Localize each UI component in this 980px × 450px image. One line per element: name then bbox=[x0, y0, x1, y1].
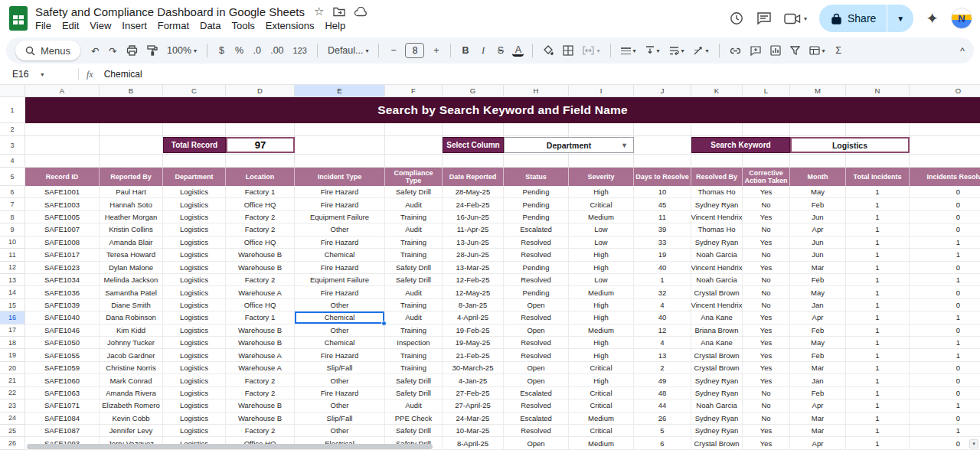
row-number-11[interactable]: 11 bbox=[0, 249, 25, 261]
cell-A18[interactable]: SAFE1050 bbox=[25, 337, 100, 349]
column-header-B[interactable]: B bbox=[100, 85, 163, 96]
cell-K12[interactable]: Vincent Hendrix bbox=[691, 262, 743, 274]
cell-F16[interactable]: Audit bbox=[385, 311, 443, 324]
cell-N16[interactable]: 1 bbox=[846, 311, 910, 324]
cell-J20[interactable]: 2 bbox=[634, 362, 691, 374]
cell-J23[interactable]: 44 bbox=[634, 399, 691, 412]
cell-M18[interactable]: May bbox=[790, 337, 846, 349]
cell-M17[interactable]: Feb bbox=[790, 324, 846, 337]
cell-O20[interactable]: 0 bbox=[910, 362, 980, 374]
row-number-14[interactable]: 14 bbox=[0, 286, 25, 298]
cell-F10[interactable]: Training bbox=[385, 236, 443, 249]
cell-G8[interactable]: 16-Jun-25 bbox=[443, 211, 504, 223]
cell-H22[interactable]: Escalated bbox=[504, 387, 569, 399]
text-color-button[interactable]: A bbox=[512, 44, 524, 57]
cell-E22[interactable]: Fire Hazard bbox=[295, 387, 385, 399]
column-header-F[interactable]: F bbox=[385, 85, 443, 96]
cell-A14[interactable]: SAFE1036 bbox=[25, 286, 100, 298]
cell-C19[interactable]: Logistics bbox=[163, 349, 226, 361]
column-header-N[interactable]: N bbox=[846, 85, 910, 96]
zoom-select[interactable]: 100%▾ bbox=[165, 42, 198, 59]
table-header-status[interactable]: Status bbox=[504, 168, 569, 186]
cell-G10[interactable]: 13-Jun-25 bbox=[443, 236, 504, 249]
cell-L18[interactable]: Yes bbox=[743, 337, 790, 349]
cell-H16[interactable]: Resolved bbox=[504, 311, 569, 324]
cell-O22[interactable]: 0 bbox=[910, 387, 980, 399]
cell-A24[interactable]: SAFE1084 bbox=[25, 412, 100, 425]
cell-K25[interactable]: Sydney Ryan bbox=[691, 425, 743, 437]
redo-button[interactable]: ↷ bbox=[107, 42, 119, 59]
row-number-10[interactable]: 10 bbox=[0, 236, 25, 249]
cell-F2[interactable] bbox=[385, 123, 443, 136]
table-header-month[interactable]: Month bbox=[790, 168, 846, 186]
cell-J19[interactable]: 13 bbox=[634, 349, 691, 361]
row-number-3[interactable]: 3 bbox=[0, 136, 25, 155]
cell-G23[interactable]: 27-April-25 bbox=[443, 399, 504, 412]
cell-N22[interactable]: 1 bbox=[846, 387, 910, 399]
cell-F6[interactable]: Safety Drill bbox=[385, 186, 443, 198]
cell-L7[interactable]: No bbox=[743, 198, 790, 210]
cell-A15[interactable]: SAFE1039 bbox=[25, 299, 100, 311]
cell-G4[interactable] bbox=[443, 155, 504, 168]
cell-M25[interactable]: Mar bbox=[790, 425, 846, 437]
cell-M15[interactable]: Jan bbox=[790, 299, 846, 311]
cell-C8[interactable]: Logistics bbox=[163, 211, 226, 223]
cell-K8[interactable]: Vincent Hendrix bbox=[691, 211, 743, 223]
cell-F21[interactable]: Safety Drill bbox=[385, 374, 443, 386]
cell-L16[interactable]: Yes bbox=[743, 311, 790, 324]
cell-F25[interactable]: Safety Drill bbox=[385, 425, 443, 437]
cell-I11[interactable]: High bbox=[569, 249, 634, 261]
cell-A11[interactable]: SAFE1017 bbox=[25, 249, 100, 261]
cell-C15[interactable]: Logistics bbox=[163, 299, 226, 311]
cell-F8[interactable]: Training bbox=[385, 211, 443, 223]
cell-M12[interactable]: Mar bbox=[790, 262, 846, 274]
cell-O17[interactable]: 0 bbox=[910, 324, 980, 337]
star-icon[interactable]: ☆ bbox=[314, 5, 324, 18]
cell-E9[interactable]: Other bbox=[295, 223, 385, 236]
column-header-J[interactable]: J bbox=[634, 85, 691, 96]
cell-B6[interactable]: Paul Hart bbox=[100, 186, 163, 198]
cell-I15[interactable]: High bbox=[569, 299, 634, 311]
cell-H13[interactable]: Resolved bbox=[504, 274, 569, 286]
cell-B8[interactable]: Heather Morgan bbox=[100, 211, 163, 223]
cell-K2[interactable] bbox=[691, 123, 743, 136]
row-number-18[interactable]: 18 bbox=[0, 337, 25, 349]
cell-H9[interactable]: Escalated bbox=[504, 223, 569, 236]
cloud-status-icon[interactable] bbox=[354, 7, 368, 17]
table-header-date-reported[interactable]: Date Reported bbox=[443, 168, 504, 186]
move-folder-icon[interactable] bbox=[333, 6, 345, 17]
cell-E7[interactable]: Fire Hazard bbox=[295, 198, 385, 210]
insert-comment-button[interactable] bbox=[749, 42, 763, 59]
cell-M19[interactable]: Feb bbox=[790, 349, 846, 361]
doc-title[interactable]: Safety and Compliance Dashboard in Googl… bbox=[35, 5, 305, 18]
borders-button[interactable] bbox=[561, 42, 575, 59]
cell-E4[interactable] bbox=[295, 155, 385, 168]
cell-M16[interactable]: Apr bbox=[790, 311, 846, 324]
cell-H23[interactable]: Resolved bbox=[504, 399, 569, 412]
cell-D19[interactable]: Warehouse A bbox=[226, 349, 295, 361]
cell-B13[interactable]: Melinda Jackson bbox=[100, 274, 163, 286]
cell-N19[interactable]: 1 bbox=[846, 349, 910, 361]
meet-caret-icon[interactable]: ▾ bbox=[804, 15, 807, 22]
cell-E15[interactable]: Other bbox=[295, 299, 385, 311]
cell-C2[interactable] bbox=[163, 123, 226, 136]
cell-K4[interactable] bbox=[691, 155, 743, 168]
cell-G20[interactable]: 30-March-25 bbox=[443, 362, 504, 374]
share-dropdown[interactable]: ▼ bbox=[887, 15, 913, 23]
cell-O2[interactable] bbox=[910, 123, 980, 136]
cell-G19[interactable]: 21-Feb-25 bbox=[443, 349, 504, 361]
cell-O4[interactable] bbox=[910, 155, 980, 168]
cell-L17[interactable]: Yes bbox=[743, 324, 790, 337]
cell-F15[interactable]: Training bbox=[385, 299, 443, 311]
table-header-record-id[interactable]: Record ID bbox=[25, 168, 100, 186]
cell-M2[interactable] bbox=[790, 123, 846, 136]
cell-O15[interactable]: 0 bbox=[910, 299, 980, 311]
cell-E8[interactable]: Equipment Failure bbox=[295, 211, 385, 223]
cell-I21[interactable]: High bbox=[569, 374, 634, 386]
cell-K13[interactable]: Noah Garcia bbox=[691, 274, 743, 286]
cell-C7[interactable]: Logistics bbox=[163, 198, 226, 210]
cell-D10[interactable]: Office HQ bbox=[226, 236, 295, 249]
cell-I8[interactable]: Medium bbox=[569, 211, 634, 223]
functions-button[interactable]: Σ bbox=[833, 42, 844, 59]
cell-G7[interactable]: 24-Feb-25 bbox=[443, 198, 504, 210]
